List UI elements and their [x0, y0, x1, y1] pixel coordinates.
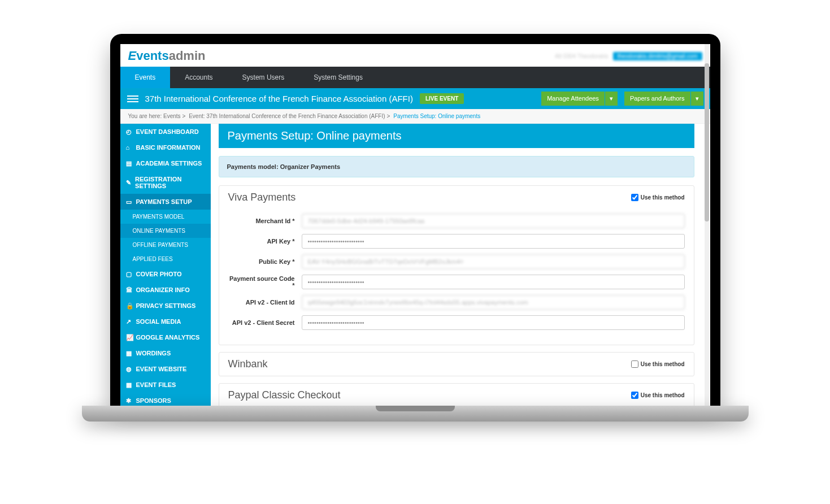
form-input-api-key-[interactable] [302, 234, 685, 249]
panel-body: Merchant Id *API Key *Public Key *Paymen… [219, 209, 694, 345]
use-method-toggle[interactable]: Use this method [631, 194, 685, 201]
panel-title: Winbank [228, 358, 268, 370]
form-label: API Key * [228, 238, 302, 245]
file-icon: ▦ [126, 350, 133, 357]
form-label: Public Key * [228, 258, 302, 265]
event-bar: 37th International Conference of the Fre… [120, 88, 710, 109]
sidebar-label: PAYMENTS SETUP [136, 198, 192, 205]
sidebar-item-privacy-settings[interactable]: 🔒PRIVACY SETTINGS [120, 298, 211, 314]
sidebar-item-registration-settings[interactable]: ✎REGISTRATION SETTINGS [120, 171, 211, 194]
use-method-checkbox[interactable] [631, 360, 638, 368]
sidebar-item-cover-photo[interactable]: ▢COVER PHOTO [120, 266, 211, 282]
nav-system-users[interactable]: System Users [228, 67, 299, 88]
panel-header: Viva PaymentsUse this method [219, 186, 694, 209]
form-row: Merchant Id * [228, 214, 685, 228]
sidebar-label: ACADEMIA SETTINGS [136, 160, 202, 167]
sidebar-sub-payments-model[interactable]: PAYMENTS MODEL [120, 210, 211, 224]
file-icon: ▦ [126, 381, 133, 388]
nav-system-settings[interactable]: System Settings [299, 67, 377, 88]
panel-header: WinbankUse this method [219, 353, 694, 376]
sidebar-label: COVER PHOTO [136, 271, 182, 277]
sidebar-item-wordings[interactable]: ▦WORDINGS [120, 345, 211, 361]
page-title: Payments Setup: Online payments [219, 124, 694, 148]
user-chip[interactable]: theodorakis.dimitris@gmail.com [613, 52, 702, 60]
sidebar-item-sponsors[interactable]: ✱SPONSORS [120, 393, 211, 406]
panel-header: Paypal Classic CheckoutUse this method [219, 384, 694, 406]
use-method-toggle[interactable]: Use this method [631, 392, 685, 399]
sidebar-item-organizer-info[interactable]: 🏛ORGANIZER INFO [120, 282, 211, 298]
image-icon: ▢ [126, 271, 133, 277]
laptop-frame: Eventsadmin Alt 0304 Theodorakis theodor… [110, 34, 720, 422]
sidebar-item-event-files[interactable]: ▦EVENT FILES [120, 377, 211, 393]
manage-attendees-caret[interactable]: ▾ [605, 92, 618, 106]
panel-title: Viva Payments [228, 192, 296, 203]
logo-e: E [128, 49, 137, 63]
sidebar-label: REGISTRATION SETTINGS [135, 176, 205, 189]
manage-attendees-button[interactable]: Manage Attendees [541, 92, 605, 106]
sidebar-label: SPONSORS [136, 397, 171, 404]
papers-authors-button[interactable]: Papers and Authors [624, 92, 690, 106]
papers-authors-caret[interactable]: ▾ [691, 92, 703, 106]
use-method-checkbox[interactable] [631, 392, 638, 399]
sidebar-sub-offline-payments[interactable]: OFFLINE PAYMENTS [120, 238, 211, 252]
card-icon: ▭ [126, 198, 133, 205]
hamburger-icon[interactable] [127, 95, 138, 102]
sidebar-label: ORGANIZER INFO [136, 286, 190, 293]
sidebar-label: EVENT WEBSITE [136, 366, 187, 372]
breadcrumb-item-1[interactable]: Event: 37th International Conference of … [189, 113, 385, 119]
sidebar: ◴EVENT DASHBOARD⌂BASIC INFORMATION▤ACADE… [120, 124, 211, 406]
sidebar-item-google-analytics[interactable]: 📈GOOGLE ANALYTICS [120, 329, 211, 345]
sidebar-sub-applied-fees[interactable]: APPLIED FEES [120, 252, 211, 266]
star-icon: ✱ [126, 397, 133, 404]
share-icon: ↗ [126, 318, 133, 325]
form-input-merchant-id-[interactable] [302, 214, 685, 228]
form-row: Public Key * [228, 254, 685, 269]
scrollbar-track[interactable] [705, 44, 709, 406]
lock-icon: 🔒 [126, 302, 133, 309]
panel-viva-payments: Viva PaymentsUse this methodMerchant Id … [219, 185, 694, 345]
sidebar-item-basic-information[interactable]: ⌂BASIC INFORMATION [120, 140, 211, 155]
sidebar-item-social-media[interactable]: ↗SOCIAL MEDIA [120, 314, 211, 329]
sidebar-item-event-website[interactable]: ◍EVENT WEBSITE [120, 361, 211, 377]
sidebar-sub-online-payments[interactable]: ONLINE PAYMENTS [120, 224, 211, 238]
panel-title: Paypal Classic Checkout [228, 389, 341, 401]
form-row: API v2 - Client Secret [228, 315, 685, 330]
sidebar-label: BASIC INFORMATION [136, 144, 201, 151]
sidebar-item-academia-settings[interactable]: ▤ACADEMIA SETTINGS [120, 155, 211, 171]
form-label: API v2 - Client Secret [228, 319, 302, 326]
nav-accounts[interactable]: Accounts [170, 67, 227, 88]
form-input-api-v2-client-id[interactable] [302, 295, 685, 310]
sidebar-label: WORDINGS [136, 350, 171, 357]
logo-vents: vents [136, 49, 168, 63]
use-method-toggle[interactable]: Use this method [631, 360, 685, 368]
sidebar-label: PRIVACY SETTINGS [136, 302, 196, 309]
book-icon: ▤ [126, 160, 133, 167]
event-title: 37th International Conference of the Fre… [145, 94, 413, 103]
breadcrumb-item-0[interactable]: Events [163, 113, 181, 119]
sidebar-item-event-dashboard[interactable]: ◴EVENT DASHBOARD [120, 124, 211, 140]
sidebar-label: EVENT DASHBOARD [136, 128, 199, 135]
building-icon: 🏛 [126, 286, 133, 293]
sidebar-item-payments-setup[interactable]: ▭PAYMENTS SETUP [120, 194, 211, 210]
use-method-checkbox[interactable] [631, 194, 638, 201]
info-banner: Payments model: Organizer Payments [219, 156, 694, 177]
form-input-payment-source-code-[interactable] [302, 275, 685, 289]
user-name: Alt 0304 Theodorakis [555, 53, 608, 59]
laptop-base [82, 406, 749, 422]
sidebar-label: SOCIAL MEDIA [136, 318, 181, 325]
layout: ◴EVENT DASHBOARD⌂BASIC INFORMATION▤ACADE… [120, 124, 710, 406]
app-header: Eventsadmin Alt 0304 Theodorakis theodor… [120, 44, 710, 67]
scrollbar-thumb[interactable] [705, 63, 709, 221]
form-input-public-key-[interactable] [302, 254, 685, 269]
form-row: API Key * [228, 234, 685, 249]
logo[interactable]: Eventsadmin [128, 49, 206, 63]
papers-authors-group: Papers and Authors ▾ [624, 92, 703, 106]
breadcrumb: You are here: Events> Event: 37th Intern… [120, 109, 710, 124]
form-input-api-v2-client-secret[interactable] [302, 315, 685, 330]
user-area: Alt 0304 Theodorakis theodorakis.dimitri… [555, 52, 702, 60]
home-icon: ⌂ [126, 144, 133, 151]
laptop-screen: Eventsadmin Alt 0304 Theodorakis theodor… [110, 34, 720, 406]
form-label: Payment source Code * [228, 275, 302, 289]
manage-attendees-group: Manage Attendees ▾ [541, 92, 618, 106]
nav-events[interactable]: Events [120, 67, 171, 88]
